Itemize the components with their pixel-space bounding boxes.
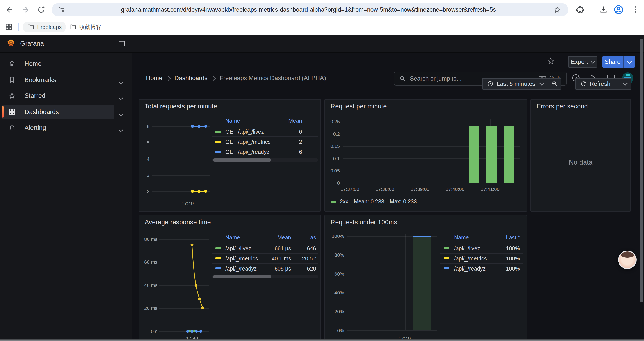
x-tick: 17:38:00 [373, 187, 397, 192]
site-info-icon[interactable] [58, 6, 65, 13]
y-tick: 0.2 [326, 131, 340, 137]
apps-grid-icon[interactable] [5, 23, 13, 31]
series-swatch[interactable] [444, 247, 449, 249]
legend-col-name[interactable]: Name [454, 234, 469, 241]
zoom-out-button[interactable] [548, 78, 561, 90]
panel-total-requests-per-minute: Total requests per minute 6 5 4 3 2 17:4… [138, 99, 321, 212]
gridline [343, 183, 520, 183]
legend-row-name[interactable]: GET /api/_/readyz [225, 149, 270, 155]
legend-col-name[interactable]: Name [225, 118, 240, 124]
legend-row-last: 620 [307, 265, 316, 272]
breadcrumb-dashboards[interactable]: Dashboards [174, 75, 208, 82]
legend-row-name[interactable]: /api/_/metrics [225, 255, 258, 262]
time-range-picker[interactable]: Last 5 minutes [482, 78, 549, 90]
series-swatch[interactable] [215, 151, 221, 153]
sidebar-item-label: Dashboards [24, 108, 59, 116]
breadcrumb-home[interactable]: Home [146, 75, 162, 82]
legend-row-name[interactable]: /api/_/livez [225, 245, 251, 252]
scrollbar-thumb[interactable] [213, 275, 271, 278]
table-separator [212, 253, 318, 254]
url-text[interactable]: grafana.mathmast.com/d/deytv4rwavabkb/fr… [121, 3, 599, 16]
bookmark-folder-freeleaps[interactable]: Freeleaps [23, 22, 66, 33]
sidebar-item-dashboards[interactable]: Dashboards [2, 105, 114, 119]
refresh-interval-caret[interactable] [620, 78, 631, 90]
sidebar-toggle-icon[interactable] [118, 40, 126, 47]
extensions-button[interactable] [576, 5, 584, 14]
series-swatch[interactable] [215, 247, 221, 249]
share-caret-button[interactable] [624, 56, 635, 68]
series-swatch[interactable] [444, 267, 449, 269]
legend-row-name[interactable]: /api/_/readyz [454, 265, 486, 272]
scrollbar-thumb[interactable] [213, 158, 271, 162]
x-tick: 17:40 [174, 201, 201, 206]
bookmarks-bar: Freeleaps 收藏博客 [0, 19, 644, 35]
table-separator [440, 253, 523, 254]
legend-row-name[interactable]: GET /api/_/livez [225, 129, 264, 135]
panel-title[interactable]: Request per minute [330, 103, 387, 110]
legend-col-mean[interactable]: Mean [288, 118, 302, 124]
brand-title[interactable]: Grafana [20, 35, 44, 52]
y-tick: 0.05 [326, 168, 340, 174]
legend-row-name[interactable]: /api/_/readyz [225, 265, 257, 272]
browser-menu-button[interactable] [631, 5, 640, 14]
reload-button[interactable] [37, 5, 46, 14]
legend-col-last[interactable]: Las [307, 234, 316, 241]
panel-title[interactable]: Errors per second [536, 103, 588, 110]
legend-row-name[interactable]: GET /api/_/metrics [225, 139, 271, 145]
legend-row-last: 20.5 r [302, 255, 316, 262]
grafana-logo[interactable] [6, 39, 16, 48]
chevron-down-icon[interactable] [119, 109, 124, 115]
sidebar-divider [132, 35, 132, 341]
chevron-down-icon[interactable] [119, 77, 124, 83]
y-tick: 5 [140, 140, 150, 146]
legend-row-name[interactable]: /api/_/metrics [454, 255, 487, 262]
share-button[interactable]: Share [602, 56, 623, 68]
legend-col-mean[interactable]: Mean [277, 234, 291, 241]
legend-max: Max: 0.233 [390, 198, 417, 205]
y-tick: 100% [326, 233, 344, 239]
legend-row-name[interactable]: /api/_/livez [454, 245, 480, 252]
panel-title[interactable]: Requests under 100ms [330, 219, 397, 226]
series-swatch[interactable] [444, 257, 449, 259]
panel-title[interactable]: Total requests per minute [145, 103, 217, 110]
bookmark-folder-blogs[interactable]: 收藏博客 [65, 22, 106, 33]
series-swatch[interactable] [330, 201, 336, 203]
y-tick: 0 [326, 180, 340, 186]
series-swatch[interactable] [215, 267, 221, 269]
table-scrollbar[interactable] [212, 158, 318, 162]
legend-series-name[interactable]: 2xx [340, 198, 348, 205]
favorite-star-button[interactable] [547, 57, 554, 65]
table-scrollbar[interactable] [212, 275, 318, 278]
panel-requests-under-100ms: Requests under 100ms 100% 80% 60% 40% 20… [324, 215, 527, 341]
back-button[interactable] [5, 5, 14, 14]
url-bar[interactable]: grafana.mathmast.com/d/deytv4rwavabkb/fr… [52, 3, 568, 16]
legend-row-last: 100% [506, 265, 520, 272]
gridline [405, 234, 406, 330]
legend-col-last[interactable]: Last * [506, 234, 520, 241]
legend-row-mean: 661 µs [274, 245, 291, 252]
page-scrollbar[interactable] [640, 39, 643, 302]
y-tick: 3 [140, 172, 150, 178]
legend-col-name[interactable]: Name [225, 234, 240, 241]
chevron-down-icon[interactable] [119, 125, 124, 130]
download-button[interactable] [599, 5, 608, 14]
chat-avatar[interactable] [618, 251, 636, 269]
export-button[interactable]: Export [568, 56, 597, 68]
bookmark-star-button[interactable] [553, 6, 561, 14]
sidebar-item-alerting[interactable]: Alerting [2, 121, 114, 135]
series-swatch[interactable] [215, 141, 221, 143]
bookmark-label: Freeleaps [37, 24, 62, 30]
refresh-button[interactable]: Refresh [575, 78, 620, 90]
forward-button[interactable] [21, 5, 30, 14]
table-separator [440, 243, 523, 243]
sidebar-item-home[interactable]: Home [2, 57, 114, 71]
gridline [152, 143, 210, 143]
sidebar-item-bookmarks[interactable]: Bookmarks [2, 73, 114, 87]
sidebar-item-starred[interactable]: Starred [2, 89, 114, 103]
gridline [152, 175, 210, 176]
series-swatch[interactable] [215, 131, 221, 133]
series-swatch[interactable] [215, 257, 221, 259]
chevron-down-icon[interactable] [119, 93, 124, 98]
profile-button[interactable] [613, 5, 624, 15]
folder-icon [69, 24, 76, 31]
